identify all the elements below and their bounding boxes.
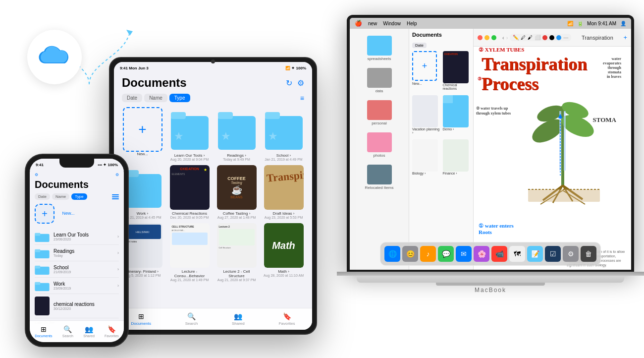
mac-vacation-label: Vacation planning › — [412, 127, 440, 134]
mac-new-btn[interactable]: + New... — [412, 51, 440, 93]
ipad-readings-folder[interactable]: ★ Readings › Today at 9:49 PM — [216, 107, 257, 161]
mac-biology-item[interactable]: Biology › — [412, 139, 440, 178]
mac-sidebar-relocated[interactable]: Relocated Items — [350, 162, 409, 193]
iphone-gear-icon[interactable]: ⚙ — [115, 173, 119, 177]
iphone-folder-chem-info: chemical reactions 30/12/2020 — [54, 301, 119, 310]
iphone-folder-learn[interactable]: Learn Our Tools 23/06/2020 › — [35, 229, 119, 245]
drawing-toolbar: ✏️ 🖊 🖌 ⬜ — — [510, 34, 571, 41]
ipad-list-icon[interactable]: ≡ — [300, 94, 304, 102]
iphone-tab-documents[interactable]: ⊞ Documents — [35, 325, 52, 338]
iphone-filter-date[interactable]: Date — [35, 193, 50, 200]
ipad-learn-folder[interactable]: ★ Learn Our Tools › Aug 20, 2020 at 9:04… — [169, 107, 210, 161]
ipad-coffee-doc[interactable]: COFFEE Tasting ☕ BEANS Coffee Tasting › … — [216, 165, 257, 219]
mac-sidebar-data[interactable]: data — [350, 65, 409, 96]
iphone-tab-favorites[interactable]: 🔖 Favorites — [105, 325, 119, 338]
ipad-search-icon: 🔍 — [187, 312, 196, 320]
macbook-menu-help[interactable]: Help — [407, 21, 417, 26]
close-window-btn[interactable] — [478, 35, 483, 40]
eraser-icon[interactable]: ⬜ — [535, 35, 540, 40]
dock-safari-icon[interactable]: 🌐 — [384, 246, 400, 262]
add-page-icon[interactable]: + — [623, 34, 627, 41]
ipad-math-doc[interactable]: Math Math › Aug 28, 2020 at 11:10 AM — [263, 223, 304, 282]
dock-photos-icon[interactable]: 🌸 — [474, 246, 489, 262]
pen-icon[interactable]: ✏️ — [513, 35, 519, 40]
ipad-search-label: Search — [185, 321, 198, 326]
ipad-tab-shared[interactable]: 👥 Shared — [232, 312, 245, 326]
mac-doc-grid-bot: Biology › Finance › — [412, 139, 470, 178]
color-black-btn[interactable] — [549, 35, 554, 40]
iphone-settings-icon[interactable]: ⚙ — [35, 173, 38, 177]
iphone-tab-shared[interactable]: 👥 Shared — [83, 325, 95, 338]
icloud-icon — [27, 30, 82, 84]
ipad-ideas-doc[interactable]: Transpiration Draft Ideas › Aug 23, 2020… — [263, 165, 304, 219]
iphone-folder-chem[interactable]: chemical reactions 30/12/2020 — [35, 294, 119, 318]
color-red-btn[interactable] — [542, 35, 547, 40]
mac-demo-item[interactable]: Demo › — [443, 95, 471, 137]
ipad-work-label: Work › — [137, 211, 148, 216]
ipad-chem-doc[interactable]: OXIDATION ★ ELEMENTS Chemical Reactions … — [169, 165, 210, 219]
color-blue-btn[interactable] — [556, 35, 561, 40]
maximize-window-btn[interactable] — [491, 35, 496, 40]
ipad-learn-thumb: ★ — [170, 107, 210, 152]
dock-music-icon[interactable]: ♪ — [420, 246, 436, 262]
ipad-tab-search[interactable]: 🔍 Search — [185, 312, 198, 326]
iphone-folder-work[interactable]: Work 23/09/2019 › — [35, 278, 119, 294]
ipad-filter-type[interactable]: Type — [169, 94, 190, 102]
dock-messages-icon[interactable]: 💬 — [438, 246, 454, 262]
dock-finder-icon[interactable]: 😊 — [402, 246, 418, 262]
iphone-new-button[interactable]: + — [35, 204, 54, 224]
mac-new-icon[interactable]: + — [412, 51, 437, 81]
ipad-work-date: Jan 21, 2019 at 4:45 PM — [123, 216, 161, 219]
macbook-menu-new[interactable]: new — [368, 21, 377, 26]
mac-sidebar-data-label: data — [376, 89, 383, 93]
macbook-menu-window[interactable]: Window — [383, 21, 401, 26]
dock-maps-icon[interactable]: 🗺 — [509, 246, 525, 262]
minus-icon[interactable]: — — [563, 35, 568, 40]
iphone-title: Documents — [35, 179, 119, 190]
dock-trash-icon[interactable]: 🗑 — [581, 246, 596, 262]
ipad-lecture-doc[interactable]: CELL STRUCTURE A CELLS WE... Lecture - C… — [169, 223, 210, 282]
folder-photos — [367, 132, 392, 152]
ipad-signal-icons: 📶 ✦ 100% — [285, 66, 306, 70]
dock-mail-icon[interactable]: ✉ — [456, 246, 472, 262]
ipad-refresh-icon[interactable]: ↻ — [286, 78, 292, 88]
ipad-tab-favorites[interactable]: 🔖 Favorites — [279, 312, 295, 326]
ipad-new-btn[interactable]: + — [123, 107, 162, 152]
iphone-filter-type[interactable]: Type — [71, 193, 87, 200]
iphone-tab-search[interactable]: 🔍 Search — [62, 325, 73, 338]
iphone-folder-school[interactable]: School 21/09/2019 › — [35, 261, 119, 278]
ipad-chem-label: Chemical Reactions — [172, 211, 207, 216]
minimize-window-btn[interactable] — [484, 35, 489, 40]
mac-sidebar-photos[interactable]: photos — [350, 129, 409, 161]
pencil-icon[interactable]: 🖊 — [521, 35, 526, 40]
mac-sidebar-personal[interactable]: personal — [350, 97, 409, 128]
mac-chem-item[interactable]: OXIDATION Chemical reactions — [443, 51, 471, 93]
macbook-docs-panel: Documents Date + New... OXIDATION — [409, 29, 474, 270]
back-icon[interactable]: ‹ — [502, 35, 504, 41]
mac-docs-date-btn[interactable]: Date — [412, 43, 427, 48]
dock-facetime-icon[interactable]: 📹 — [491, 246, 507, 262]
ipad-new-item[interactable]: + New... — [122, 107, 163, 161]
mac-sidebar-spreadsheets[interactable]: spreadsheets — [350, 33, 409, 64]
ipad-tab-documents[interactable]: ⊞ Documents — [131, 312, 151, 326]
dock-notes-icon[interactable]: 📝 — [527, 246, 543, 262]
ipad-filter-date[interactable]: Date — [122, 94, 142, 102]
iphone-list-view-icon[interactable] — [112, 194, 119, 199]
mac-vacation-item[interactable]: Vacation planning › — [412, 95, 440, 137]
apple-menu-icon[interactable]: 🍎 — [355, 20, 362, 27]
iphone-filter-name[interactable]: Name — [52, 193, 69, 200]
folder-svg-school: ★ — [264, 107, 304, 152]
ipad-lecture2-doc[interactable]: Lecture 2 Cell Structure Lecture 2 - Cel… — [216, 223, 257, 282]
dock-reminders-icon[interactable]: ☑ — [545, 246, 561, 262]
iphone-folder-readings[interactable]: Readings Today › — [35, 245, 119, 261]
mac-finance-item[interactable]: Finance › — [443, 139, 471, 178]
user-icon[interactable]: 👤 — [620, 21, 626, 26]
ipad-school-folder[interactable]: ★ School › Jan 21, 2019 at 4:49 PM — [263, 107, 304, 161]
iphone-time: 9:41 — [36, 163, 44, 167]
mac-finance-thumb — [443, 139, 469, 172]
ipad-readings-label: Readings › — [227, 153, 246, 158]
dock-settings-icon[interactable]: ⚙ — [563, 246, 579, 262]
ipad-filter-name[interactable]: Name — [144, 94, 167, 102]
brush-icon[interactable]: 🖌 — [528, 35, 533, 40]
ipad-gear-icon[interactable]: ⚙ — [297, 78, 304, 88]
